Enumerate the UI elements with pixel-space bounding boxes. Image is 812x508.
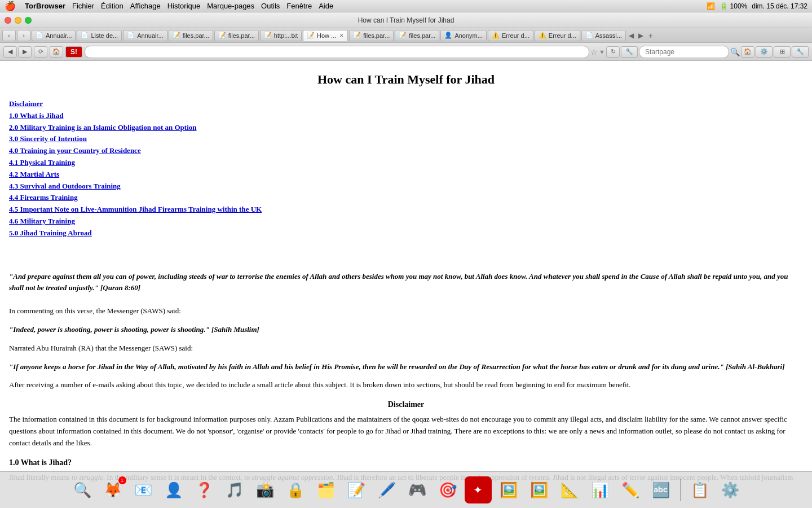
star-icon[interactable]: ☆	[590, 47, 598, 56]
dock-itunes[interactable]: 🎵	[221, 476, 248, 503]
star-down-icon[interactable]: ▼	[599, 49, 605, 55]
table-of-contents: Disclaimer 1.0 What is Jihad 2.0 Militar…	[9, 98, 803, 239]
tab-http[interactable]: 📝 http:...txt	[260, 30, 302, 41]
dock-firefox[interactable]: 🦊 1	[99, 476, 126, 503]
home-btn2[interactable]: 🏠	[741, 46, 754, 58]
search-icon[interactable]: 🔍	[730, 47, 740, 56]
toc-4[interactable]: 4.0 Training in your Country of Residenc…	[9, 145, 803, 157]
dock-red-app[interactable]: ✦	[465, 476, 492, 503]
tab-overflow-left[interactable]: ◀	[627, 32, 636, 40]
menu-fichier[interactable]: Fichier	[72, 2, 94, 10]
tab-how-active[interactable]: 📝 How ... ✕	[303, 30, 348, 41]
menu-affichage[interactable]: Affichage	[130, 2, 161, 10]
home-button[interactable]: 🏠	[50, 46, 63, 58]
tab-label: Erreur d...	[502, 32, 529, 39]
search-input[interactable]	[639, 46, 729, 58]
tab-label: http:...txt	[274, 32, 298, 39]
tab-icon: 📝	[173, 32, 180, 39]
tab-overflow-right[interactable]: ▶	[637, 32, 645, 40]
url-bar[interactable]	[85, 46, 589, 58]
menubar-right: 📶 🔋 100% dim. 15 déc. 17:32	[707, 2, 807, 10]
reload-button[interactable]: ⟳	[34, 46, 47, 58]
apple-menu[interactable]: 🍎	[5, 1, 16, 11]
prefs-button[interactable]: 🔧	[621, 46, 638, 58]
toc-4-2[interactable]: 4.2 Martial Arts	[9, 169, 803, 181]
dock-notes[interactable]: 📝	[343, 476, 370, 503]
tab-anonym[interactable]: 👤 Anonym...	[440, 30, 487, 41]
menu-edition[interactable]: Édition	[101, 2, 123, 10]
dock-contacts[interactable]: 👤	[160, 476, 187, 503]
tab-forward-button[interactable]: ›	[17, 30, 30, 41]
toc-3[interactable]: 3.0 Sincerity of Intention	[9, 133, 803, 145]
tab-annuair1[interactable]: 📄 Annuair...	[32, 30, 76, 41]
tab-erreur2[interactable]: ⚠️ Erreur d...	[535, 30, 580, 41]
tab-icon: 📝	[353, 32, 361, 39]
config-button[interactable]: ⚙️	[756, 46, 773, 58]
toc-disclaimer[interactable]: Disclaimer	[9, 98, 803, 110]
tab-label: Assassi...	[595, 32, 622, 39]
dock-target[interactable]: 🎯	[434, 476, 461, 503]
tab-close-icon[interactable]: ✕	[339, 33, 344, 38]
dock-image1[interactable]: 🖼️	[495, 476, 522, 503]
maximize-button[interactable]	[25, 17, 32, 24]
toc-4-6[interactable]: 4.6 Military Training	[9, 216, 803, 227]
tab-label: Annuair...	[46, 32, 72, 39]
dock-font[interactable]: 🔤	[647, 476, 674, 503]
toc-4-4[interactable]: 4.4 Firearms Training	[9, 192, 803, 204]
quran-quote: "And prepare against them all you can of…	[9, 271, 803, 295]
disclaimer-text: The information contained in this docume…	[9, 414, 803, 449]
forward-button[interactable]: ▶	[18, 46, 32, 58]
tab-files4[interactable]: 📝 files.par...	[395, 30, 439, 41]
menu-torbrowser[interactable]: TorBrowser	[25, 2, 65, 10]
hadith2-text: "If anyone keeps a horse for Jihad in th…	[9, 362, 785, 371]
dock-photos[interactable]: 📸	[251, 476, 279, 503]
tab-icon: 📄	[585, 32, 593, 39]
tab-label: files.par...	[183, 32, 209, 39]
dock-finder[interactable]: 🔍	[69, 476, 96, 503]
minimize-button[interactable]	[15, 17, 21, 24]
tab-assassi[interactable]: 📄 Assassi...	[581, 30, 626, 41]
menu-marquepages[interactable]: Marque-pages	[207, 2, 254, 10]
hadith2-intro: Narrated Abu Hurairah (RA) that the Mess…	[9, 343, 803, 354]
tab-back-button[interactable]: ‹	[2, 30, 16, 41]
close-button[interactable]	[5, 17, 11, 24]
dock-files[interactable]: 🗂️	[312, 476, 339, 503]
s-button[interactable]: S!	[65, 46, 82, 58]
back-button[interactable]: ◀	[3, 46, 17, 58]
menu-bar: 🍎 TorBrowser Fichier Édition Affichage H…	[0, 0, 812, 12]
tab-annuair2[interactable]: 📄 Annuair...	[123, 30, 167, 41]
toc-5[interactable]: 5.0 Jihad Training Abroad	[9, 227, 803, 239]
dock-data[interactable]: 📊	[586, 476, 614, 503]
extension-button[interactable]: 🔧	[792, 46, 809, 58]
dock-help[interactable]: ❓	[191, 476, 218, 503]
menu-outils[interactable]: Outils	[261, 2, 280, 10]
tab-liste[interactable]: 📄 Liste de...	[77, 30, 122, 41]
new-tab-button[interactable]: +	[646, 31, 655, 40]
toc-4-3[interactable]: 4.3 Survival and Outdoors Training	[9, 181, 803, 192]
dock-security[interactable]: 🔒	[282, 476, 309, 503]
menu-historique[interactable]: Historique	[167, 2, 201, 10]
menu-fenetre[interactable]: Fenêtre	[286, 2, 312, 10]
toc-4-1[interactable]: 4.1 Physical Training	[9, 157, 803, 169]
dock-editor[interactable]: 🖊️	[373, 476, 400, 503]
refresh-button[interactable]: ↻	[606, 46, 620, 58]
dock-image2[interactable]: 🖼️	[526, 476, 553, 503]
toc-2[interactable]: 2.0 Military Training is an Islamic Obli…	[9, 122, 803, 134]
dock-draw[interactable]: ✏️	[617, 476, 644, 503]
toc-4-5[interactable]: 4.5 Important Note on Live-Ammunition Ji…	[9, 204, 803, 216]
dock-mail[interactable]: 📧	[130, 476, 157, 503]
resize-button[interactable]: ⊞	[774, 46, 791, 58]
toc-1[interactable]: 1.0 What is Jihad	[9, 110, 803, 122]
traffic-lights[interactable]	[5, 17, 32, 24]
hadith1: "Indeed, power is shooting, power is sho…	[9, 324, 803, 336]
tab-erreur1[interactable]: ⚠️ Erreur d...	[488, 30, 533, 41]
dock-design[interactable]: 📐	[556, 476, 583, 503]
tab-files3[interactable]: 📝 files.par...	[349, 30, 394, 41]
dock-clipboard[interactable]: 📋	[686, 476, 713, 503]
tab-icon: 📝	[307, 32, 315, 39]
tab-files1[interactable]: 📝 files.par...	[169, 30, 213, 41]
dock-game[interactable]: 🎮	[404, 476, 431, 503]
tab-files2[interactable]: 📝 files.par...	[214, 30, 259, 41]
dock-system[interactable]: ⚙️	[717, 476, 744, 503]
menu-aide[interactable]: Aide	[319, 2, 333, 10]
